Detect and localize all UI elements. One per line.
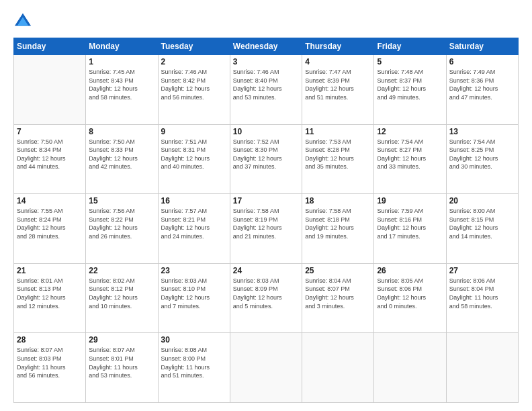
- calendar-cell: 3Sunrise: 7:46 AMSunset: 8:40 PMDaylight…: [230, 55, 302, 125]
- calendar-cell: 19Sunrise: 7:59 AMSunset: 8:16 PMDayligh…: [374, 194, 446, 264]
- day-number: 29: [89, 335, 154, 345]
- weekday-header: Sunday: [14, 38, 86, 55]
- day-number: 9: [161, 127, 227, 136]
- day-number: 19: [377, 196, 443, 205]
- page: SundayMondayTuesdayWednesdayThursdayFrid…: [0, 0, 532, 411]
- calendar-cell: 28Sunrise: 8:07 AMSunset: 8:03 PMDayligh…: [14, 333, 86, 403]
- day-number: 27: [449, 266, 515, 275]
- calendar-cell: 13Sunrise: 7:54 AMSunset: 8:25 PMDayligh…: [446, 124, 518, 194]
- day-number: 28: [17, 335, 83, 345]
- calendar-cell: 12Sunrise: 7:54 AMSunset: 8:27 PMDayligh…: [374, 124, 446, 194]
- calendar-cell: 24Sunrise: 8:03 AMSunset: 8:09 PMDayligh…: [230, 263, 302, 333]
- day-info: Sunrise: 7:46 AMSunset: 8:42 PMDaylight:…: [161, 68, 227, 101]
- header: [13, 12, 519, 31]
- weekday-header: Tuesday: [158, 38, 230, 55]
- day-number: 26: [377, 266, 443, 275]
- day-info: Sunrise: 8:01 AMSunset: 8:13 PMDaylight:…: [17, 277, 83, 310]
- day-number: 4: [305, 57, 371, 66]
- day-number: 12: [377, 127, 443, 136]
- calendar-cell: 18Sunrise: 7:58 AMSunset: 8:18 PMDayligh…: [302, 194, 374, 264]
- calendar-cell: [230, 333, 302, 403]
- calendar: SundayMondayTuesdayWednesdayThursdayFrid…: [13, 38, 519, 403]
- calendar-cell: [14, 55, 86, 125]
- day-number: 30: [161, 335, 227, 345]
- day-info: Sunrise: 7:59 AMSunset: 8:16 PMDaylight:…: [377, 207, 443, 240]
- day-info: Sunrise: 8:06 AMSunset: 8:04 PMDaylight:…: [449, 277, 515, 310]
- day-info: Sunrise: 7:48 AMSunset: 8:37 PMDaylight:…: [377, 68, 443, 101]
- calendar-cell: 11Sunrise: 7:53 AMSunset: 8:28 PMDayligh…: [302, 124, 374, 194]
- day-number: 21: [17, 266, 83, 275]
- calendar-cell: [374, 333, 446, 403]
- weekday-header: Thursday: [302, 38, 374, 55]
- calendar-cell: 7Sunrise: 7:50 AMSunset: 8:34 PMDaylight…: [14, 124, 86, 194]
- day-info: Sunrise: 7:51 AMSunset: 8:31 PMDaylight:…: [161, 138, 227, 171]
- calendar-cell: 2Sunrise: 7:46 AMSunset: 8:42 PMDaylight…: [158, 55, 230, 125]
- calendar-cell: [302, 333, 374, 403]
- calendar-cell: 23Sunrise: 8:03 AMSunset: 8:10 PMDayligh…: [158, 263, 230, 333]
- calendar-cell: 26Sunrise: 8:05 AMSunset: 8:06 PMDayligh…: [374, 263, 446, 333]
- logo: [13, 12, 35, 31]
- calendar-cell: 21Sunrise: 8:01 AMSunset: 8:13 PMDayligh…: [14, 263, 86, 333]
- day-number: 2: [161, 57, 227, 66]
- calendar-cell: 27Sunrise: 8:06 AMSunset: 8:04 PMDayligh…: [446, 263, 518, 333]
- logo-icon: [13, 12, 32, 31]
- day-number: 8: [89, 127, 154, 136]
- calendar-cell: [446, 333, 518, 403]
- day-number: 11: [305, 127, 371, 136]
- day-number: 14: [17, 196, 83, 205]
- calendar-cell: 4Sunrise: 7:47 AMSunset: 8:39 PMDaylight…: [302, 55, 374, 125]
- day-info: Sunrise: 7:54 AMSunset: 8:27 PMDaylight:…: [377, 138, 443, 171]
- weekday-header: Monday: [86, 38, 158, 55]
- calendar-cell: 25Sunrise: 8:04 AMSunset: 8:07 PMDayligh…: [302, 263, 374, 333]
- day-number: 16: [161, 196, 227, 205]
- day-info: Sunrise: 7:52 AMSunset: 8:30 PMDaylight:…: [233, 138, 299, 171]
- week-row: 21Sunrise: 8:01 AMSunset: 8:13 PMDayligh…: [14, 263, 519, 333]
- calendar-cell: 29Sunrise: 8:07 AMSunset: 8:01 PMDayligh…: [86, 333, 158, 403]
- day-number: 6: [449, 57, 515, 66]
- day-number: 17: [233, 196, 299, 205]
- day-info: Sunrise: 7:50 AMSunset: 8:34 PMDaylight:…: [17, 138, 83, 171]
- weekday-header: Wednesday: [230, 38, 302, 55]
- day-info: Sunrise: 7:50 AMSunset: 8:33 PMDaylight:…: [89, 138, 154, 171]
- day-number: 22: [89, 266, 154, 275]
- day-info: Sunrise: 8:04 AMSunset: 8:07 PMDaylight:…: [305, 277, 371, 310]
- calendar-cell: 6Sunrise: 7:49 AMSunset: 8:36 PMDaylight…: [446, 55, 518, 125]
- week-row: 1Sunrise: 7:45 AMSunset: 8:43 PMDaylight…: [14, 55, 519, 125]
- day-info: Sunrise: 7:58 AMSunset: 8:18 PMDaylight:…: [305, 207, 371, 240]
- calendar-cell: 1Sunrise: 7:45 AMSunset: 8:43 PMDaylight…: [86, 55, 158, 125]
- calendar-cell: 8Sunrise: 7:50 AMSunset: 8:33 PMDaylight…: [86, 124, 158, 194]
- day-info: Sunrise: 7:54 AMSunset: 8:25 PMDaylight:…: [449, 138, 515, 171]
- day-info: Sunrise: 7:49 AMSunset: 8:36 PMDaylight:…: [449, 68, 515, 101]
- day-info: Sunrise: 8:02 AMSunset: 8:12 PMDaylight:…: [89, 277, 154, 310]
- day-number: 1: [89, 57, 154, 66]
- calendar-cell: 20Sunrise: 8:00 AMSunset: 8:15 PMDayligh…: [446, 194, 518, 264]
- day-info: Sunrise: 7:55 AMSunset: 8:24 PMDaylight:…: [17, 207, 83, 240]
- week-row: 28Sunrise: 8:07 AMSunset: 8:03 PMDayligh…: [14, 333, 519, 403]
- day-number: 7: [17, 127, 83, 136]
- day-number: 5: [377, 57, 443, 66]
- calendar-cell: 22Sunrise: 8:02 AMSunset: 8:12 PMDayligh…: [86, 263, 158, 333]
- calendar-cell: 15Sunrise: 7:56 AMSunset: 8:22 PMDayligh…: [86, 194, 158, 264]
- calendar-cell: 5Sunrise: 7:48 AMSunset: 8:37 PMDaylight…: [374, 55, 446, 125]
- day-number: 24: [233, 266, 299, 275]
- calendar-cell: 10Sunrise: 7:52 AMSunset: 8:30 PMDayligh…: [230, 124, 302, 194]
- week-row: 14Sunrise: 7:55 AMSunset: 8:24 PMDayligh…: [14, 194, 519, 264]
- day-number: 10: [233, 127, 299, 136]
- day-info: Sunrise: 7:58 AMSunset: 8:19 PMDaylight:…: [233, 207, 299, 240]
- weekday-header: Saturday: [446, 38, 518, 55]
- day-info: Sunrise: 8:03 AMSunset: 8:09 PMDaylight:…: [233, 277, 299, 310]
- day-number: 25: [305, 266, 371, 275]
- calendar-cell: 9Sunrise: 7:51 AMSunset: 8:31 PMDaylight…: [158, 124, 230, 194]
- day-info: Sunrise: 8:03 AMSunset: 8:10 PMDaylight:…: [161, 277, 227, 310]
- calendar-cell: 30Sunrise: 8:08 AMSunset: 8:00 PMDayligh…: [158, 333, 230, 403]
- calendar-cell: 16Sunrise: 7:57 AMSunset: 8:21 PMDayligh…: [158, 194, 230, 264]
- day-number: 20: [449, 196, 515, 205]
- day-number: 23: [161, 266, 227, 275]
- day-info: Sunrise: 7:45 AMSunset: 8:43 PMDaylight:…: [89, 68, 154, 101]
- day-info: Sunrise: 7:57 AMSunset: 8:21 PMDaylight:…: [161, 207, 227, 240]
- calendar-cell: 17Sunrise: 7:58 AMSunset: 8:19 PMDayligh…: [230, 194, 302, 264]
- day-number: 3: [233, 57, 299, 66]
- day-info: Sunrise: 7:56 AMSunset: 8:22 PMDaylight:…: [89, 207, 154, 240]
- day-info: Sunrise: 8:07 AMSunset: 8:01 PMDaylight:…: [89, 346, 154, 379]
- weekday-header: Friday: [374, 38, 446, 55]
